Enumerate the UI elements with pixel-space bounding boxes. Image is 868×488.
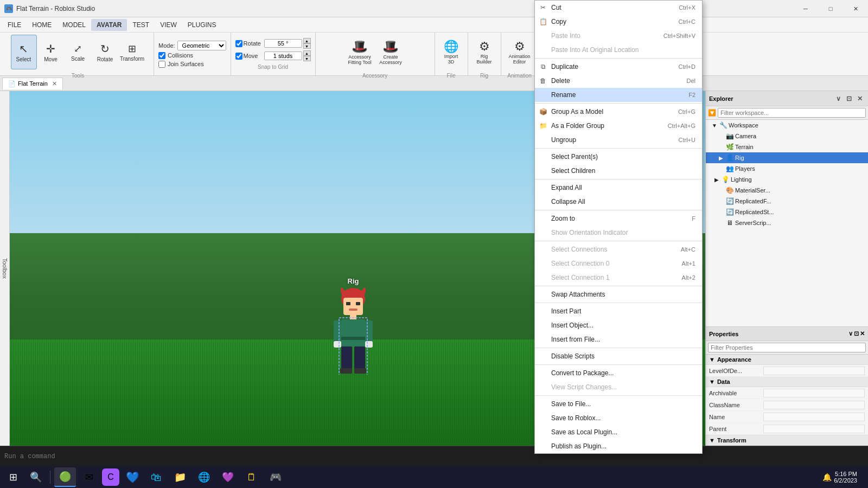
ctx-zoom-to[interactable]: Zoom to F xyxy=(535,211,702,226)
ctx-collapse-all[interactable]: Collapse All xyxy=(535,195,702,209)
tree-item-workspace[interactable]: ▼ 🔧 Workspace xyxy=(706,120,868,131)
tab-close-button[interactable]: ✕ xyxy=(52,80,57,87)
ctx-insert-from-file[interactable]: Insert from File... xyxy=(535,332,702,346)
ctx-save-as-plugin[interactable]: Save as Local Plugin... xyxy=(535,425,702,439)
move-up-arrow[interactable]: ▲ xyxy=(303,50,311,56)
tree-item-camera[interactable]: 📷 Camera xyxy=(706,131,868,142)
ctx-rename[interactable]: Rename F2 xyxy=(535,88,702,102)
explorer-filter-input[interactable] xyxy=(718,108,866,118)
mode-dropdown[interactable]: Geometric Box Smooth xyxy=(177,41,226,50)
taskbar-chrome[interactable]: 🟢 xyxy=(54,467,76,487)
menu-test[interactable]: TEST xyxy=(127,19,155,31)
menu-model[interactable]: MODEL xyxy=(57,19,91,31)
tree-item-material[interactable]: 🎨 MaterialSer... xyxy=(706,185,868,196)
menu-file[interactable]: FILE xyxy=(2,19,27,31)
properties-filter-input[interactable] xyxy=(708,343,866,352)
properties-collapse-btn[interactable]: ∨ xyxy=(848,330,853,337)
flat-terrain-tab[interactable]: 📄 Flat Terrain ✕ xyxy=(2,78,63,89)
ctx-insert-object[interactable]: Insert Object... xyxy=(535,318,702,332)
join-surfaces-checkbox[interactable] xyxy=(158,61,165,68)
move-value-input[interactable] xyxy=(264,52,302,60)
ctx-duplicate[interactable]: ⧉ Duplicate Ctrl+D xyxy=(535,60,702,74)
import-3d-tool[interactable]: 🌐 Import3D xyxy=(438,35,464,69)
move-snap-checkbox[interactable] xyxy=(235,53,242,60)
taskbar-roblox[interactable]: 🎮 xyxy=(265,467,286,487)
rotate-tool[interactable]: ↻ Rotate xyxy=(92,35,118,69)
tree-item-serverscript[interactable]: 🖥 ServerScrip... xyxy=(706,217,868,228)
animation-editor-tool[interactable]: ⚙ AnimationEditor xyxy=(505,35,535,69)
maximize-button[interactable]: □ xyxy=(818,0,843,17)
delete-shortcut: Del xyxy=(686,78,695,84)
create-accessory-tool[interactable]: 🎩 CreateAccessory xyxy=(376,35,405,69)
search-button[interactable]: 🔍 xyxy=(25,467,47,487)
tree-item-players[interactable]: 👥 Players xyxy=(706,163,868,174)
start-button[interactable]: ⊞ xyxy=(2,467,24,487)
properties-close-btn[interactable]: ✕ xyxy=(860,330,865,337)
taskbar-edge[interactable]: 🌐 xyxy=(193,467,215,487)
transform-tool[interactable]: ⊞ Transform xyxy=(119,35,145,69)
explorer-popout-btn[interactable]: ⊡ xyxy=(844,94,854,104)
scale-tool[interactable]: ⤢ Scale xyxy=(65,35,91,69)
ctx-copy[interactable]: 📋 Copy Ctrl+C xyxy=(535,15,702,29)
tree-item-replicatedstorage[interactable]: 🔄 ReplicatedSt... xyxy=(706,207,868,217)
ctx-expand-all[interactable]: Expand All xyxy=(535,181,702,195)
ctx-publish-plugin[interactable]: Publish as Plugin... xyxy=(535,439,702,453)
ctx-select-children[interactable]: Select Children xyxy=(535,164,702,178)
tree-item-lighting[interactable]: ▶ 💡 Lighting xyxy=(706,174,868,185)
ctx-convert-package[interactable]: Convert to Package... xyxy=(535,366,702,380)
archivable-value[interactable] xyxy=(763,389,865,397)
taskbar-explorer[interactable]: 📁 xyxy=(169,467,191,487)
name-value[interactable] xyxy=(763,413,865,421)
close-button[interactable]: ✕ xyxy=(843,0,868,17)
menu-avatar[interactable]: AVATAR xyxy=(91,19,127,31)
rotate-snap-checkbox[interactable] xyxy=(235,40,242,47)
tree-item-rig[interactable]: ▶ 👤 Rig xyxy=(706,152,868,163)
appearance-header[interactable]: ▼ Appearance xyxy=(706,355,868,365)
rotate-up-arrow[interactable]: ▲ xyxy=(303,38,311,43)
ctx-ungroup[interactable]: Ungroup Ctrl+U xyxy=(535,133,702,147)
ctx-save-to-roblox[interactable]: Save to Roblox... xyxy=(535,411,702,425)
lighting-arrow: ▶ xyxy=(713,177,720,183)
menu-home[interactable]: HOME xyxy=(27,19,57,31)
taskbar-notification-icon[interactable]: 🔔 xyxy=(822,473,832,481)
select-tool[interactable]: ↖ Select xyxy=(11,35,37,69)
ctx-disable-scripts[interactable]: Disable Scripts xyxy=(535,349,702,363)
collisions-checkbox[interactable] xyxy=(158,52,165,59)
explorer-close-btn[interactable]: ✕ xyxy=(855,94,865,104)
taskbar-mail[interactable]: ✉ xyxy=(78,467,100,487)
ctx-swap-attachments[interactable]: Swap Attachments xyxy=(535,287,702,301)
ctx-select-parents[interactable]: Select Parent(s) xyxy=(535,150,702,164)
ctx-delete[interactable]: 🗑 Delete Del xyxy=(535,74,702,88)
rotate-snap-label: Rotate xyxy=(244,40,263,47)
command-input[interactable] xyxy=(4,453,167,460)
rotate-value-input[interactable] xyxy=(264,39,302,48)
rig-builder-tool[interactable]: ⚙ RigBuilder xyxy=(471,35,497,69)
taskbar-windows-store[interactable]: 🛍 xyxy=(145,467,167,487)
taskbar-vscode[interactable]: 💙 xyxy=(122,467,143,487)
properties-popout-btn[interactable]: ⊡ xyxy=(854,330,859,337)
menu-plugins[interactable]: PLUGINS xyxy=(182,19,222,31)
menu-view[interactable]: VIEW xyxy=(155,19,182,31)
move-down-arrow[interactable]: ▼ xyxy=(303,56,311,61)
parent-value[interactable] xyxy=(763,425,865,433)
minimize-button[interactable]: ─ xyxy=(793,0,818,17)
data-section-header[interactable]: ▼ Data xyxy=(706,377,868,387)
taskbar-vs[interactable]: 💜 xyxy=(217,467,239,487)
accessory-fitting-tool[interactable]: 🎩 AccessoryFitting Tool xyxy=(344,35,375,69)
rotate-down-arrow[interactable]: ▼ xyxy=(303,43,311,49)
transform-section-header[interactable]: ▼ Transform xyxy=(706,435,868,446)
level-of-detail-value[interactable] xyxy=(763,367,865,375)
taskbar-sticky[interactable]: 🗒 xyxy=(241,467,263,487)
ctx-save-to-file[interactable]: Save to File... xyxy=(535,397,702,411)
taskbar-canva[interactable]: C xyxy=(102,468,119,486)
tree-item-replicatedfirst[interactable]: 🔄 ReplicatedF... xyxy=(706,196,868,207)
ctx-cut[interactable]: ✂ Cut Ctrl+X xyxy=(535,1,702,15)
ctx-insert-part[interactable]: Insert Part xyxy=(535,304,702,318)
move-tool[interactable]: ✛ Move xyxy=(38,35,64,69)
tree-item-terrain[interactable]: 🌿 Terrain xyxy=(706,142,868,152)
ctx-group-model[interactable]: 📦 Group As a Model Ctrl+G xyxy=(535,105,702,119)
classname-value[interactable] xyxy=(763,401,865,409)
ctx-group-folder[interactable]: 📁 As a Folder Group Ctrl+Alt+G xyxy=(535,119,702,133)
explorer-collapse-btn[interactable]: ∨ xyxy=(833,94,843,104)
toolbox-sidebar[interactable]: Toolbox xyxy=(0,91,10,446)
